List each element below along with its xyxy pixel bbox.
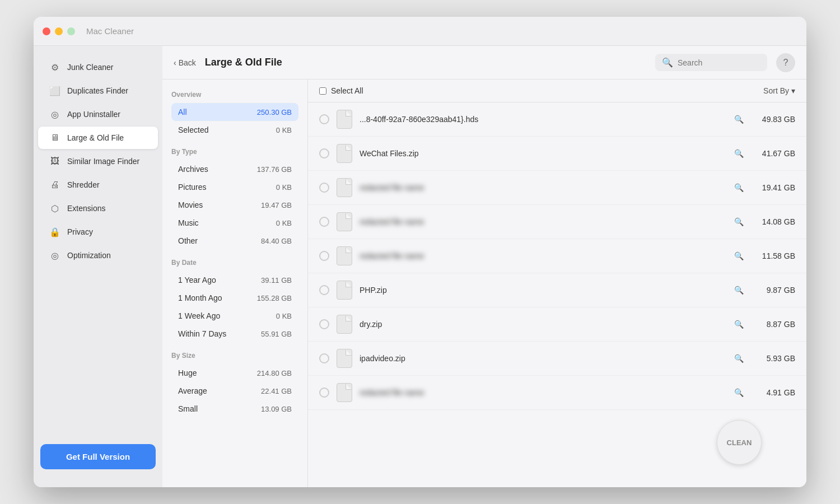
by-size-item-0[interactable]: Huge 214.80 GB: [171, 364, 298, 382]
sidebar-item-privacy[interactable]: 🔒 Privacy: [38, 221, 158, 243]
app-uninstaller-icon: ◎: [49, 109, 60, 120]
select-all-checkbox[interactable]: [319, 87, 326, 95]
by-date-item-3[interactable]: Within 7 Days 55.91 GB: [171, 325, 298, 343]
select-all-container: Select All: [319, 86, 363, 95]
close-button[interactable]: [43, 27, 50, 35]
by-date-item-0[interactable]: 1 Year Ago 39.11 GB: [171, 271, 298, 289]
file-icon-0: [336, 109, 353, 129]
file-search-icon-7[interactable]: 🔍: [734, 354, 744, 363]
file-search-icon-1[interactable]: 🔍: [734, 149, 744, 158]
file-checkbox-4[interactable]: [319, 251, 329, 261]
by-type-item-1[interactable]: Pictures 0 KB: [171, 178, 298, 196]
file-checkbox-8[interactable]: [319, 388, 329, 398]
overview-item-label: All: [178, 108, 187, 116]
sidebar-item-shredder[interactable]: 🖨 Shredder: [38, 174, 158, 196]
sidebar-item-label: Shredder: [67, 180, 100, 189]
main-panel-body: Overview All 250.30 GB Selected 0 KB By …: [162, 80, 806, 487]
table-row: WeChat Files.zip 🔍 41.67 GB: [308, 137, 806, 171]
clean-button[interactable]: CLEAN: [717, 420, 762, 465]
sidebar-item-similar-image-finder[interactable]: 🖼 Similar Image Finder: [38, 150, 158, 172]
sidebar-item-label: App Uninstaller: [67, 110, 120, 119]
file-checkbox-0[interactable]: [319, 114, 329, 124]
by-type-item-0[interactable]: Archives 137.76 GB: [171, 160, 298, 178]
get-full-version-button[interactable]: Get Full Version: [40, 444, 156, 469]
search-input[interactable]: [678, 58, 760, 67]
by-size-item-1[interactable]: Average 22.41 GB: [171, 382, 298, 400]
file-name-6: dry.zip: [360, 320, 727, 329]
sidebar-item-extensions[interactable]: ⬡ Extensions: [38, 197, 158, 220]
file-search-icon-6[interactable]: 🔍: [734, 320, 744, 329]
minimize-button[interactable]: [55, 27, 63, 35]
file-search-icon-8[interactable]: 🔍: [734, 388, 744, 397]
by-type-item-2[interactable]: Movies 19.47 GB: [171, 196, 298, 214]
file-checkbox-5[interactable]: [319, 285, 329, 295]
table-row: redacted file name 🔍 4.91 GB: [308, 376, 806, 410]
overview-item-label: Selected: [178, 125, 208, 134]
by-type-item-4[interactable]: Other 84.40 GB: [171, 232, 298, 250]
file-checkbox-7[interactable]: [319, 353, 329, 363]
file-size-7: 5.93 GB: [750, 354, 795, 363]
table-row: dry.zip 🔍 8.87 GB: [308, 307, 806, 342]
by-size-item-2[interactable]: Small 13.09 GB: [171, 400, 298, 418]
table-row: redacted file name 🔍 19.41 GB: [308, 171, 806, 205]
file-name-0: ...8-40ff-92a7-860e329aab41}.hds: [360, 115, 727, 124]
by-date-item-value: 0 KB: [276, 312, 292, 320]
sort-by-button[interactable]: Sort By ▾: [763, 86, 795, 95]
main-header: ‹ Back Large & Old File 🔍 ?: [162, 46, 806, 80]
maximize-button[interactable]: [67, 27, 75, 35]
clean-button-container: CLEAN: [717, 420, 762, 465]
file-size-0: 49.83 GB: [750, 115, 795, 124]
by-date-item-value: 155.28 GB: [257, 294, 292, 302]
sidebar-item-junk-cleaner[interactable]: ⚙ Junk Cleaner: [38, 56, 158, 78]
back-button[interactable]: ‹ Back: [174, 58, 196, 67]
by-type-item-value: 0 KB: [276, 219, 292, 227]
by-type-item-value: 137.76 GB: [257, 165, 292, 174]
sort-by-chevron-icon: ▾: [791, 86, 795, 95]
file-search-icon-4[interactable]: 🔍: [734, 251, 744, 260]
file-checkbox-3[interactable]: [319, 217, 329, 227]
file-name-8: redacted file name: [360, 388, 727, 397]
app-title: Mac Cleaner: [86, 26, 134, 36]
back-label: Back: [179, 58, 196, 67]
file-search-icon-5[interactable]: 🔍: [734, 286, 744, 295]
sidebar-item-large-old-file[interactable]: 🖥 Large & Old File: [38, 127, 158, 149]
file-size-1: 41.67 GB: [750, 149, 795, 158]
file-checkbox-1[interactable]: [319, 148, 329, 158]
junk-cleaner-icon: ⚙: [49, 62, 60, 73]
help-button[interactable]: ?: [776, 53, 795, 72]
by-size-item-label: Average: [178, 386, 207, 395]
sidebar-bottom: Get Full Version: [34, 435, 162, 478]
file-size-2: 19.41 GB: [750, 183, 795, 192]
extensions-icon: ⬡: [49, 203, 60, 214]
file-search-icon-2[interactable]: 🔍: [734, 183, 744, 192]
panel-title: Large & Old File: [205, 57, 646, 68]
by-type-item-3[interactable]: Music 0 KB: [171, 214, 298, 232]
search-box[interactable]: 🔍: [655, 54, 767, 71]
by-date-item-2[interactable]: 1 Week Ago 0 KB: [171, 307, 298, 325]
similar-image-finder-icon: 🖼: [49, 156, 60, 167]
file-icon-7: [336, 348, 353, 368]
sidebar-item-label: Duplicates Finder: [67, 86, 128, 95]
sidebar-item-label: Privacy: [67, 227, 93, 236]
sidebar-item-app-uninstaller[interactable]: ◎ App Uninstaller: [38, 103, 158, 125]
file-name-5: PHP.zip: [360, 286, 727, 295]
file-list-header: Select All Sort By ▾: [308, 80, 806, 102]
by-date-item-value: 55.91 GB: [261, 330, 292, 338]
file-name-1: WeChat Files.zip: [360, 149, 727, 158]
file-checkbox-6[interactable]: [319, 319, 329, 329]
by-type-item-label: Music: [178, 218, 199, 227]
sidebar-item-duplicates-finder[interactable]: ⬜ Duplicates Finder: [38, 80, 158, 102]
file-search-icon-3[interactable]: 🔍: [734, 217, 744, 226]
by-size-item-value: 214.80 GB: [257, 369, 292, 377]
file-search-icon-0[interactable]: 🔍: [734, 115, 744, 124]
content-area: ⚙ Junk Cleaner ⬜ Duplicates Finder ◎ App…: [34, 46, 806, 487]
right-section: Select All Sort By ▾ ...8-40ff-92a7-860e…: [308, 80, 806, 487]
overview-item-1[interactable]: Selected 0 KB: [171, 121, 298, 139]
sidebar-item-optimization[interactable]: ◎ Optimization: [38, 244, 158, 267]
select-all-label: Select All: [331, 86, 363, 95]
by-size-item-value: 13.09 GB: [261, 405, 292, 413]
file-checkbox-2[interactable]: [319, 183, 329, 193]
by-date-item-1[interactable]: 1 Month Ago 155.28 GB: [171, 289, 298, 307]
file-icon-2: [336, 178, 353, 198]
overview-item-0[interactable]: All 250.30 GB: [171, 103, 298, 121]
